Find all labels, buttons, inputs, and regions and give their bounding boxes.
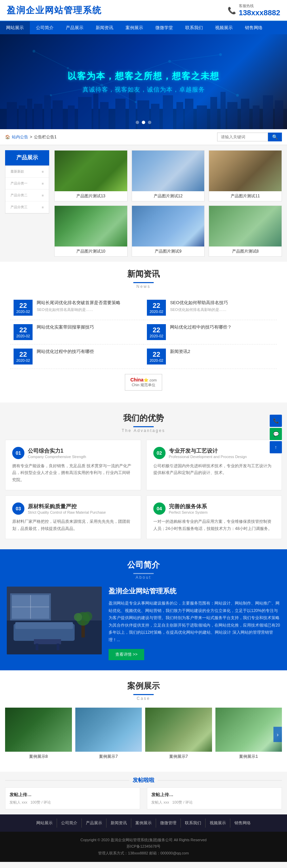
adv-item-1: 02 专业开发与工艺设计 Professional Development an… xyxy=(146,440,282,490)
nav-item-1[interactable]: 公司简介 xyxy=(30,21,60,34)
case-item-0[interactable]: 案例展示8 xyxy=(5,708,72,762)
adv-subtitle: The Advantages xyxy=(5,428,282,433)
news-item-0[interactable]: 22 2020-02 网站长尾词优化排名突破首屏是否需要策略 SEO优化如何排名… xyxy=(10,296,144,320)
case-item-3[interactable]: 案例展示1 xyxy=(215,708,282,762)
floating-buttons: 📞 💬 ↑ xyxy=(270,415,282,453)
adv-item-subtitle-0: Company Comprehensive Strength xyxy=(28,455,86,459)
breadcrumb-separator: > xyxy=(30,135,32,139)
cases-next-arrow[interactable]: › xyxy=(273,727,282,742)
adv-item-header-2: 03 原材料采购质量严控 Strict Quality Control of R… xyxy=(12,502,134,515)
company-desc: 盈润网站是专业从事网站建设服务的公，主要服务范围有：网站设计、网站制作、网站推广… xyxy=(109,600,280,644)
adv-item-3: 04 完善的服务体系 Perfect Service System 一对一的选购… xyxy=(146,495,282,539)
hero-dot-3[interactable] xyxy=(148,121,151,124)
breadcrumb-bar: 🏠 站内公告 > 公告栏公告1 🔍 xyxy=(0,129,287,145)
float-btn-wechat[interactable]: 💬 xyxy=(270,428,282,440)
svg-point-34 xyxy=(67,67,69,69)
news-info-0: 网站长尾词优化排名突破首屏是否需要策略 SEO优化如何排名高影响的是…… xyxy=(37,300,140,312)
svg-point-30 xyxy=(33,50,35,53)
header-phone: 📞 客服热线 138xxx8882 xyxy=(228,3,280,17)
product-item-4[interactable]: 产品图片测试9 xyxy=(132,205,205,257)
news-info-2: 网站优化实案带回报掌握技巧 xyxy=(37,324,140,332)
main-content: 产品展示 最新新款 ≡ 产品分类一 ≡ 产品分类二 ≡ 产品分类三 ≡ xyxy=(0,145,287,262)
sidebar-label-0: 最新新款 xyxy=(11,169,24,174)
adv-header: 我们的优势 The Advantages xyxy=(5,413,282,433)
bottom-nav-item-8[interactable]: 销售网络 xyxy=(230,818,255,828)
case-label-0: 案例展示8 xyxy=(5,752,72,762)
breadcrumb-home[interactable]: 站内公告 xyxy=(12,134,28,140)
company-title: 公司简介 xyxy=(7,559,280,570)
company-content: 盈润企业网站管理系统 盈润网站是专业从事网站建设服务的公，主要服务范围有：网站设… xyxy=(7,587,280,660)
case-item-2[interactable]: 案例展示7 xyxy=(145,708,212,762)
product-item-0[interactable]: 产品图片测试13 xyxy=(54,150,128,201)
bottom-nav-item-6[interactable]: 联系我们 xyxy=(181,818,206,828)
cases-header: 案例展示 Case xyxy=(5,680,282,701)
search-button[interactable]: 🔍 xyxy=(268,133,282,141)
sidebar-item-1[interactable]: 产品分类一 ≡ xyxy=(5,178,49,190)
nav-item-7[interactable]: 视频展示 xyxy=(209,21,239,34)
sidebar-item-2[interactable]: 产品分类二 ≡ xyxy=(5,190,49,201)
blog-title: 发帖啦啦 xyxy=(133,777,154,784)
sidebar-item-3[interactable]: 产品分类三 ≡ xyxy=(5,201,49,213)
nav-item-2[interactable]: 产品展示 xyxy=(60,21,90,34)
sidebar-label-2: 产品分类二 xyxy=(11,193,27,198)
nav-item-0[interactable]: 网站展示 xyxy=(0,21,30,34)
bottom-nav: 网站展示 公司简介 产品展示 新闻资讯 案例展示 微微管理 联系我们 视频展示 … xyxy=(0,814,287,832)
case-item-1[interactable]: 案例展示7 xyxy=(75,708,142,762)
nav-item-8[interactable]: 销售网络 xyxy=(239,21,269,34)
company-header: 公司简介 About xyxy=(7,559,280,580)
products-area: 产品图片测试13 产品图片测试12 产品图片测试11 产品图片测试10 产品图片… xyxy=(54,150,282,257)
news-info-1: SEO优化如何帮助高排名技巧 SEO优化如何排名高影响的是…… xyxy=(170,300,273,312)
bottom-nav-item-5[interactable]: 微微管理 xyxy=(156,818,181,828)
cases-title: 案例展示 xyxy=(5,680,282,691)
news-item-1[interactable]: 22 2020-02 SEO优化如何帮助高排名技巧 SEO优化如何排名高影响的是… xyxy=(144,296,277,320)
blog-item-meta-1: 发帖人 xxx 100赞 / 评论 xyxy=(151,800,278,805)
news-item-2[interactable]: 22 2020-02 网站优化实案带回报掌握技巧 xyxy=(10,320,144,344)
bottom-nav-item-7[interactable]: 视频展示 xyxy=(206,818,230,828)
svg-point-53 xyxy=(74,613,82,621)
sidebar: 产品展示 最新新款 ≡ 产品分类一 ≡ 产品分类二 ≡ 产品分类三 ≡ xyxy=(5,150,49,257)
blog-item-0[interactable]: 发帖上传… 发帖人 xxx 100赞 / 评论 xyxy=(5,787,140,809)
sidebar-menu: 最新新款 ≡ 产品分类一 ≡ 产品分类二 ≡ 产品分类三 ≡ xyxy=(5,165,49,214)
float-btn-top[interactable]: ↑ xyxy=(270,441,282,453)
news-item-5[interactable]: 22 2020-02 新闻资讯2 xyxy=(144,344,277,369)
product-item-5[interactable]: 产品图片测试8 xyxy=(209,205,282,257)
bottom-nav-item-0[interactable]: 网站展示 xyxy=(32,818,57,828)
hero-dot-2[interactable] xyxy=(142,121,145,124)
product-item-1[interactable]: 产品图片测试12 xyxy=(132,150,205,201)
news-info-5: 新闻资讯2 xyxy=(170,349,273,356)
search-input[interactable] xyxy=(217,133,268,141)
breadcrumb-current: 公告栏公告1 xyxy=(34,134,57,140)
product-item-2[interactable]: 产品图片测试11 xyxy=(209,150,282,201)
nav-item-6[interactable]: 联系我们 xyxy=(179,21,209,34)
news-item-4[interactable]: 22 2020-02 网站优化过程中的技巧有哪些 xyxy=(10,344,144,369)
svg-rect-48 xyxy=(34,639,61,644)
blog-item-1[interactable]: 发帖上传… 发帖人 xxx 100赞 / 评论 xyxy=(147,787,282,809)
nav-item-3[interactable]: 新闻资讯 xyxy=(90,21,119,34)
sidebar-title: 产品展示 xyxy=(5,150,49,165)
main-nav: 网站展示 公司简介 产品展示 新闻资讯 案例展示 微微学堂 联系我们 视频展示 … xyxy=(0,21,287,34)
company-section: 公司简介 About xyxy=(0,549,287,670)
bottom-nav-item-4[interactable]: 案例展示 xyxy=(131,818,156,828)
float-btn-phone[interactable]: 📞 xyxy=(270,415,282,427)
product-label-2: 产品图片测试11 xyxy=(209,191,282,201)
nav-item-5[interactable]: 微微学堂 xyxy=(149,21,179,34)
product-item-3[interactable]: 产品图片测试10 xyxy=(54,205,128,257)
sidebar-item-0[interactable]: 最新新款 ≡ xyxy=(5,166,49,178)
product-label-3: 产品图片测试10 xyxy=(55,246,127,256)
blog-items: 发帖上传… 发帖人 xxx 100赞 / 评论 发帖上传… 发帖人 xxx 10… xyxy=(5,787,282,809)
nav-item-4[interactable]: 案例展示 xyxy=(119,21,149,34)
news-section: 新闻资讯 News 22 2020-02 网站长尾词优化排名突破首屏是否需要策略… xyxy=(0,262,287,402)
case-label-3: 案例展示1 xyxy=(215,752,282,762)
bottom-nav-item-2[interactable]: 产品展示 xyxy=(82,818,107,828)
news-header: 新闻资讯 News xyxy=(5,269,282,289)
news-subtitle: News xyxy=(5,284,282,289)
hero-dot-1[interactable] xyxy=(136,121,139,124)
news-item-3[interactable]: 22 2020-02 网站优化过程中的技巧有哪些？ xyxy=(144,320,277,344)
sidebar-arrow-0: ≡ xyxy=(42,170,44,174)
bottom-nav-item-3[interactable]: 新闻资讯 xyxy=(107,818,131,828)
adv-item-text-2: 原材料厂家严格把控，证明品质来源情况，采用先先先先，团团前划，品质最优，持续提质… xyxy=(12,518,134,532)
company-more-button[interactable]: 查看详情 >> xyxy=(109,649,144,660)
breadcrumb-search-box: 🔍 xyxy=(217,133,282,141)
blog-item-meta-0: 发帖人 xxx 100赞 / 评论 xyxy=(9,800,136,805)
bottom-nav-item-1[interactable]: 公司简介 xyxy=(57,818,82,828)
